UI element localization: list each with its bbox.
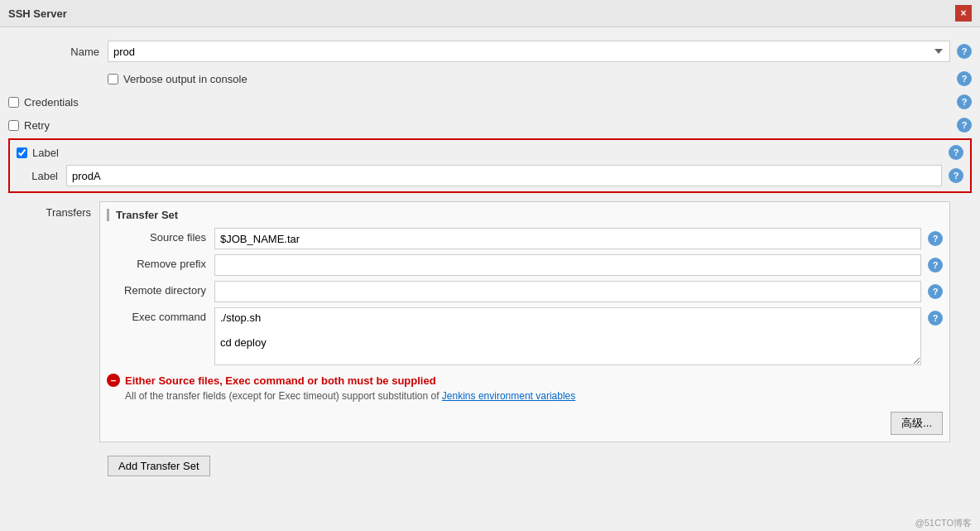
retry-row: Retry ? xyxy=(0,113,980,137)
watermark: @51CTO博客 xyxy=(915,517,972,529)
close-button[interactable]: × xyxy=(955,5,972,22)
retry-help-icon[interactable]: ? xyxy=(957,118,972,133)
remove-prefix-row: Remove prefix ? xyxy=(107,254,943,276)
info-text: All of the transfer fields (except for E… xyxy=(125,390,442,402)
verbose-row: Verbose output in console ? xyxy=(0,67,980,90)
label-input-row: Label ? xyxy=(17,162,963,188)
add-transfer-row: Add Transfer Set xyxy=(0,446,980,486)
remove-prefix-label: Remove prefix xyxy=(107,254,214,270)
source-files-row: Source files ? xyxy=(107,228,943,249)
exec-command-textarea[interactable]: ./stop.sh cd deploy xyxy=(214,307,921,365)
error-icon: – xyxy=(107,374,120,387)
error-line: – Either Source files, Exec command or b… xyxy=(107,374,943,387)
label-header: Label ? xyxy=(17,143,963,162)
label-section-help-icon[interactable]: ? xyxy=(949,145,963,160)
label-section-title: Label xyxy=(32,147,59,159)
name-label: Name xyxy=(8,46,108,58)
label-field-label: Label xyxy=(17,170,66,182)
name-row: Name prod ? xyxy=(0,36,980,67)
transfer-set-container: Transfer Set Source files ? Remove prefi… xyxy=(99,201,950,442)
source-files-label: Source files xyxy=(107,228,214,244)
exec-command-help-icon[interactable]: ? xyxy=(928,311,943,326)
exec-command-label: Exec command xyxy=(107,307,214,323)
name-help-icon[interactable]: ? xyxy=(957,44,972,59)
credentials-help-icon[interactable]: ? xyxy=(957,94,972,109)
retry-checkbox[interactable] xyxy=(8,120,19,131)
window-title: SSH Server xyxy=(8,7,67,20)
label-input-help-icon[interactable]: ? xyxy=(949,168,963,183)
source-files-input[interactable] xyxy=(214,228,921,249)
remove-prefix-input[interactable] xyxy=(214,254,921,276)
credentials-row: Credentials ? xyxy=(0,90,980,113)
transfers-section: Transfers Transfer Set Source files ? Re… xyxy=(0,198,980,446)
remote-directory-input[interactable] xyxy=(214,281,921,302)
remote-directory-label: Remote directory xyxy=(107,281,214,297)
form-content: Name prod ? Verbose output in console ? … xyxy=(0,27,980,495)
jenkins-link[interactable]: Jenkins environment variables xyxy=(442,390,575,402)
title-bar: SSH Server × xyxy=(0,0,980,27)
transfer-set-outer: Transfer Set Source files ? Remove prefi… xyxy=(99,201,972,442)
exec-command-row: Exec command ./stop.sh cd deploy ? xyxy=(107,307,943,365)
advanced-button[interactable]: 高级... xyxy=(891,412,943,435)
name-select[interactable]: prod xyxy=(108,41,950,62)
verbose-help-icon[interactable]: ? xyxy=(957,71,972,86)
error-message: Either Source files, Exec command or bot… xyxy=(125,374,436,387)
main-window: SSH Server × Name prod ? Verbose output … xyxy=(0,0,980,531)
error-section: – Either Source files, Exec command or b… xyxy=(107,370,943,405)
remote-directory-row: Remote directory ? xyxy=(107,281,943,302)
verbose-checkbox[interactable] xyxy=(108,74,118,84)
credentials-label: Credentials xyxy=(24,96,79,109)
label-section: Label ? Label ? xyxy=(8,138,972,193)
remote-directory-help-icon[interactable]: ? xyxy=(928,284,943,299)
info-line: All of the transfer fields (except for E… xyxy=(107,390,943,402)
verbose-label: Verbose output in console xyxy=(123,73,247,85)
credentials-checkbox[interactable] xyxy=(8,97,19,108)
transfers-label: Transfers xyxy=(8,201,99,442)
add-transfer-set-button[interactable]: Add Transfer Set xyxy=(108,456,210,476)
retry-label: Retry xyxy=(24,119,50,132)
label-input[interactable] xyxy=(66,165,942,186)
remove-prefix-help-icon[interactable]: ? xyxy=(928,258,943,273)
label-section-checkbox[interactable] xyxy=(17,147,27,158)
source-files-help-icon[interactable]: ? xyxy=(928,231,943,246)
transfer-set-title: Transfer Set xyxy=(107,209,943,221)
